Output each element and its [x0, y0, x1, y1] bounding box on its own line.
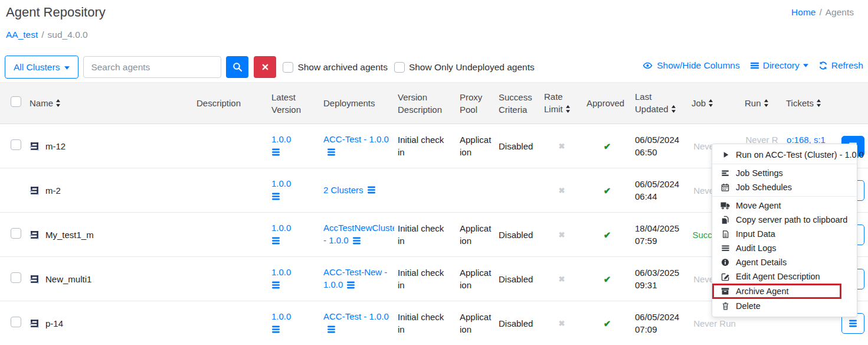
menu-item-job-settings[interactable]: Job Settings — [712, 166, 857, 180]
column-header-rate-limit[interactable]: Rate Limit — [541, 83, 583, 124]
menu-item-label: Delete — [736, 301, 761, 311]
job-settings-icon — [720, 169, 730, 177]
table-header-row: NameDescriptionLatest VersionDeployments… — [0, 83, 868, 124]
agent-name: New_multi1 — [45, 273, 91, 285]
breadcrumb: Home/Agents — [791, 7, 854, 18]
menu-item-input-data[interactable]: Input Data — [712, 227, 857, 241]
rate-limit-cell: ✖ — [541, 301, 583, 345]
version-link[interactable]: 1.0.0 — [271, 223, 291, 233]
breadcrumb-home-link[interactable]: Home — [791, 7, 815, 17]
version-link[interactable]: 1.0.0 — [271, 311, 291, 321]
toolbar-link-label: Directory — [763, 60, 800, 71]
toolbar-link-directory[interactable]: Directory — [750, 60, 808, 71]
latest-version-cell: 1.0.0 — [268, 168, 320, 213]
approved-cell: ✔ — [583, 301, 631, 345]
column-header-name[interactable]: Name — [26, 83, 193, 124]
show-archived-checkbox[interactable] — [283, 62, 293, 73]
menu-item-delete[interactable]: Delete — [712, 299, 857, 313]
cluster-filter-label: All Clusters — [14, 62, 60, 73]
deployment-menu-icon[interactable] — [327, 147, 336, 159]
check-icon: ✔ — [604, 318, 611, 328]
truck-icon — [720, 201, 730, 210]
row-actions-menu: Run on ACC-Test (Cluster) - 1.0.0Job Set… — [712, 144, 857, 317]
row-select-cell — [0, 168, 26, 213]
deployment-link[interactable]: ACC-Test - 1.0.0 — [323, 311, 389, 321]
menu-item-label: Job Settings — [736, 168, 783, 178]
menu-item-archive-agent[interactable]: Archive Agent — [712, 284, 841, 299]
check-icon: ✔ — [604, 230, 611, 240]
agent-icon — [30, 185, 40, 196]
latest-version-cell: 1.0.0 — [268, 301, 320, 345]
menu-item-audit-logs[interactable]: Audit Logs — [712, 241, 857, 255]
clear-search-button[interactable] — [254, 56, 276, 78]
version-link[interactable]: 1.0.0 — [271, 267, 291, 277]
x-mark-icon: ✖ — [559, 142, 565, 151]
version-menu-icon[interactable] — [271, 147, 280, 159]
repo-parent-link[interactable]: AA_test — [6, 30, 38, 40]
approved-cell: ✔ — [583, 168, 631, 213]
deployment-link[interactable]: 2 Clusters — [323, 185, 363, 195]
x-mark-icon: ✖ — [559, 230, 565, 239]
version-menu-icon[interactable] — [271, 235, 280, 248]
deployment-menu-icon[interactable] — [367, 184, 376, 197]
rate-limit-cell: ✖ — [541, 124, 583, 168]
proxy-pool-cell — [456, 168, 495, 213]
select-all-header — [0, 83, 26, 124]
menu-item-copy-server-path-to-clipboard[interactable]: Copy server path to clipboard — [712, 213, 857, 227]
menu-item-edit-agent-description[interactable]: Edit Agent Description — [712, 269, 857, 284]
toolbar-links: Show/Hide ColumnsDirectoryRefresh — [642, 60, 863, 71]
menu-item-label: Audit Logs — [736, 243, 777, 253]
toolbar-link-label: Show/Hide Columns — [657, 60, 739, 71]
row-checkbox[interactable] — [11, 228, 21, 239]
select-all-checkbox[interactable] — [11, 96, 21, 107]
version-link[interactable]: 1.0.0 — [271, 134, 291, 144]
search-input[interactable] — [83, 56, 221, 78]
toolbar-link-refresh[interactable]: Refresh — [818, 60, 863, 71]
version-menu-icon[interactable] — [271, 191, 280, 203]
version-link[interactable]: 1.0.0 — [271, 178, 291, 188]
eye-icon — [642, 61, 653, 70]
row-checkbox[interactable] — [11, 317, 21, 327]
menu-item-label: Input Data — [736, 229, 775, 239]
menu-item-move-agent[interactable]: Move Agent — [712, 198, 857, 213]
menu-item-label: Run on ACC-Test (Cluster) - 1.0.0 — [736, 149, 864, 160]
search-button[interactable] — [226, 56, 248, 78]
column-header-last-updated[interactable]: Last Updated — [631, 83, 688, 124]
info-icon — [720, 258, 730, 266]
cluster-filter-dropdown[interactable]: All Clusters — [5, 56, 78, 79]
deployment-menu-icon[interactable] — [327, 324, 336, 336]
close-icon — [261, 63, 269, 71]
agent-repository-page: Agent Repository Home/Agents AA_test/sud… — [0, 0, 868, 345]
show-undeployed-checkbox[interactable] — [394, 62, 405, 73]
toolbar-link-show-hide-columns[interactable]: Show/Hide Columns — [642, 60, 739, 71]
repo-breadcrumb: AA_test/sud_4.0.0 — [6, 30, 88, 40]
column-header-job[interactable]: Job — [688, 83, 741, 124]
proxy-pool-cell: Application — [456, 213, 495, 257]
row-checkbox[interactable] — [11, 272, 21, 283]
check-icon: ✔ — [604, 141, 611, 151]
rate-limit-cell: ✖ — [541, 257, 583, 301]
approved-cell: ✔ — [583, 213, 631, 257]
version-menu-icon[interactable] — [271, 279, 280, 292]
column-header-tickets[interactable]: Tickets — [782, 83, 830, 124]
deployment-menu-icon[interactable] — [352, 235, 361, 248]
deployment-menu-icon[interactable] — [346, 279, 355, 292]
description-cell — [193, 168, 268, 213]
latest-version-cell: 1.0.0 — [268, 124, 320, 168]
menu-item-agent-details[interactable]: Agent Details — [712, 255, 857, 269]
column-header-run[interactable]: Run — [741, 83, 782, 124]
deployment-link[interactable]: ACC-Test - 1.0.0 — [323, 134, 389, 144]
success-criteria-cell: Disabled — [495, 124, 541, 168]
sort-icon — [565, 103, 571, 116]
menu-item-label: Job Schedules — [736, 182, 792, 193]
column-header-success-criteria: Success Criteria — [495, 83, 541, 124]
menu-item-job-schedules[interactable]: Job Schedules — [712, 180, 857, 194]
toolbar: All Clusters Show archived agents Show O… — [5, 56, 535, 79]
actions-column-header — [830, 83, 868, 124]
version-menu-icon[interactable] — [271, 324, 280, 336]
success-criteria-cell — [495, 168, 541, 213]
column-header-deployments: Deployments — [320, 83, 394, 124]
description-cell — [193, 124, 268, 168]
menu-item-run-on-acc-test-cluster-1-0-0[interactable]: Run on ACC-Test (Cluster) - 1.0.0 — [712, 148, 857, 162]
row-checkbox[interactable] — [11, 139, 21, 150]
